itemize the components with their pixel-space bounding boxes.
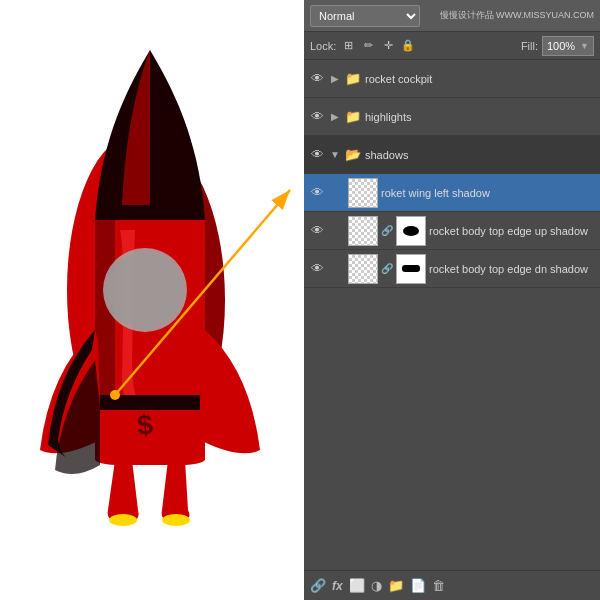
rocket-image: $ — [20, 20, 280, 580]
fill-input[interactable]: 100% ▼ — [542, 36, 594, 56]
layer-item-rocket-cockpit[interactable]: 👁 ▶ 📁 rocket cockpit — [304, 60, 600, 98]
folder-bottom-icon[interactable]: 📁 — [388, 578, 404, 593]
panel-bottombar: 🔗 fx ⬜ ◑ 📁 📄 🗑 — [304, 570, 600, 600]
checkerboard-icon[interactable]: ⊞ — [340, 38, 356, 54]
lock-icon[interactable]: 🔒 — [400, 38, 416, 54]
mask-bottom-icon[interactable]: ⬜ — [349, 578, 365, 593]
layer-name-wing: roket wing left shadow — [381, 187, 596, 199]
layer-mask-body-up — [396, 216, 426, 246]
mask-rect — [402, 265, 420, 272]
layer-name-highlights: highlights — [365, 111, 596, 123]
brush-lock-icon[interactable]: ✏ — [360, 38, 376, 54]
layer-thumb-body-dn — [348, 254, 378, 284]
layer-name-body-dn: rocket body top edge dn shadow — [429, 263, 596, 275]
svg-text:$: $ — [136, 409, 155, 441]
layer-name-shadows: shadows — [365, 149, 596, 161]
layer-item-highlights[interactable]: 👁 ▶ 📁 highlights — [304, 98, 600, 136]
canvas-area: $ — [0, 0, 304, 600]
panel-topbar: Normal 慢慢设计作品 WWW.MISSYUAN.COM — [304, 0, 600, 32]
layer-thumb-body-up — [348, 216, 378, 246]
layer-item-body-top-dn[interactable]: 👁 🔗 rocket body top edge dn shadow — [304, 250, 600, 288]
link-icon-body-dn: 🔗 — [381, 263, 393, 275]
fx-icon[interactable]: fx — [332, 579, 343, 593]
adjustment-icon[interactable]: ◑ — [371, 578, 382, 593]
visibility-icon-body-dn[interactable]: 👁 — [308, 260, 326, 278]
layer-mask-body-dn — [396, 254, 426, 284]
link-bottom-icon[interactable]: 🔗 — [310, 578, 326, 593]
expand-arrow-shadows[interactable]: ▼ — [329, 149, 341, 161]
position-lock-icon[interactable]: ✛ — [380, 38, 396, 54]
folder-icon-shadows: 📂 — [344, 146, 362, 164]
expand-arrow-highlights[interactable]: ▶ — [329, 111, 341, 123]
watermark-text: 慢慢设计作品 WWW.MISSYUAN.COM — [426, 9, 594, 22]
trash-icon[interactable]: 🗑 — [432, 578, 445, 593]
layers-panel: Normal 慢慢设计作品 WWW.MISSYUAN.COM Lock: ⊞ ✏… — [304, 0, 600, 600]
new-layer-icon[interactable]: 📄 — [410, 578, 426, 593]
blend-mode-select[interactable]: Normal — [310, 5, 420, 27]
fill-arrow[interactable]: ▼ — [580, 41, 589, 51]
lock-fill-row: Lock: ⊞ ✏ ✛ 🔒 Fill: 100% ▼ — [304, 32, 600, 60]
fill-label: Fill: — [521, 40, 538, 52]
layer-item-wing-left-shadow[interactable]: 👁 roket wing left shadow — [304, 174, 600, 212]
lock-label: Lock: — [310, 40, 336, 52]
visibility-icon-wing[interactable]: 👁 — [308, 184, 326, 202]
visibility-icon-body-up[interactable]: 👁 — [308, 222, 326, 240]
layer-name-cockpit: rocket cockpit — [365, 73, 596, 85]
expand-arrow-cockpit[interactable]: ▶ — [329, 73, 341, 85]
visibility-icon-shadows[interactable]: 👁 — [308, 146, 326, 164]
svg-point-3 — [107, 252, 183, 328]
layer-item-body-top-up[interactable]: 👁 🔗 rocket body top edge up shadow — [304, 212, 600, 250]
layers-list[interactable]: 👁 ▶ 📁 rocket cockpit 👁 ▶ 📁 highlights 👁 … — [304, 60, 600, 570]
folder-icon-cockpit: 📁 — [344, 70, 362, 88]
layer-thumb-wing — [348, 178, 378, 208]
layer-name-body-up: rocket body top edge up shadow — [429, 225, 596, 237]
svg-point-7 — [162, 514, 190, 526]
visibility-icon-cockpit[interactable]: 👁 — [308, 70, 326, 88]
layer-item-shadows[interactable]: 👁 ▼ 📂 shadows — [304, 136, 600, 174]
link-icon-body-up: 🔗 — [381, 225, 393, 237]
svg-point-6 — [109, 514, 137, 526]
visibility-icon-highlights[interactable]: 👁 — [308, 108, 326, 126]
mask-oval — [403, 226, 419, 236]
folder-icon-highlights: 📁 — [344, 108, 362, 126]
